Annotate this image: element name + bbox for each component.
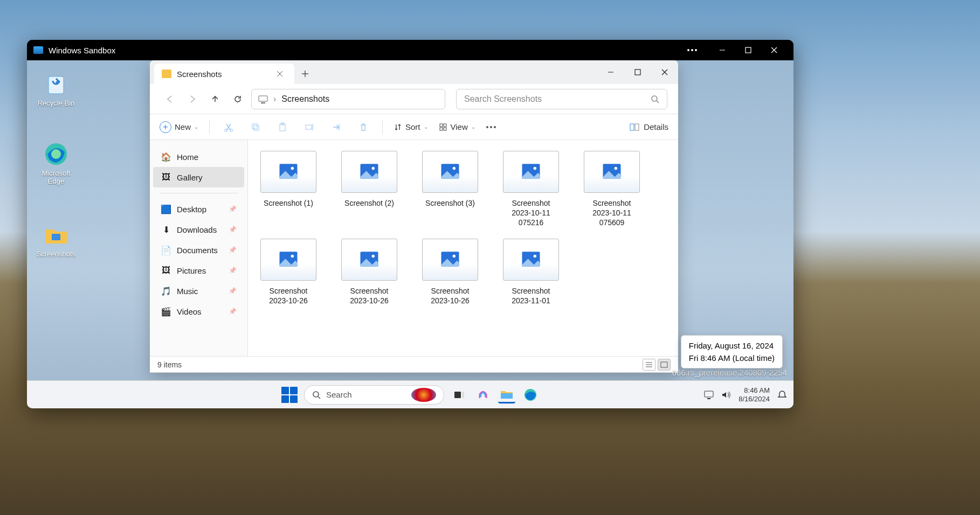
tab-close-button[interactable] [273,67,287,81]
close-button[interactable] [761,40,787,60]
new-tab-button[interactable] [294,64,316,84]
sidebar-item-music[interactable]: 🎵Music📌 [153,281,244,301]
sidebar-item-label: Pictures [177,266,206,275]
sandbox-titlebar[interactable]: Windows Sandbox [27,40,793,60]
file-item[interactable]: Screenshot 2023-11-01 [501,239,561,305]
file-item[interactable]: Screenshot 2023-10-26 [340,239,399,305]
notifications-icon[interactable] [777,390,787,400]
svg-rect-23 [254,126,259,130]
up-button[interactable] [206,90,224,108]
desktop-icon-recycle-bin[interactable]: Recycle Bin [33,71,79,107]
build-text: 666.rs_prerelease.240809-2254 [672,368,788,377]
svg-point-51 [534,254,537,258]
explorer-taskbar-button[interactable] [498,386,515,403]
start-button[interactable] [281,387,298,403]
svg-rect-28 [440,124,443,127]
cut-button[interactable] [220,122,237,132]
sidebar-item-home[interactable]: 🏠Home [153,147,244,167]
sound-icon[interactable] [721,391,731,399]
file-grid[interactable]: Screenshot (1)Screenshot (2)Screenshot (… [248,140,678,356]
explorer-sidebar[interactable]: 🏠Home🖼Gallery 🟦Desktop📌⬇Downloads📌📄Docum… [150,140,248,356]
svg-point-47 [372,254,375,258]
sandbox-desktop[interactable]: Recycle Bin Microsoft Edge Screenshots S… [27,60,793,408]
svg-rect-33 [635,124,639,130]
svg-point-6 [51,149,61,159]
breadcrumb[interactable]: Screenshots [281,94,329,104]
share-button[interactable] [328,122,344,132]
delete-button[interactable] [355,122,371,132]
taskbar-clock[interactable]: 8:46 AM 8/16/2024 [739,386,770,403]
file-item[interactable]: Screenshot 2023-10-11 075216 [501,151,561,228]
desktop-icon-label: Screenshots [33,250,79,258]
more-button[interactable] [486,126,496,128]
new-button[interactable]: +New⌄ [160,121,198,133]
sidebar-item-pictures[interactable]: 🖼Pictures📌 [153,260,244,281]
explorer-minimize-button[interactable] [597,60,624,84]
explorer-maximize-button[interactable] [624,60,651,84]
svg-rect-1 [746,47,751,53]
file-item[interactable]: Screenshot (1) [259,151,318,228]
documents-icon: 📄 [161,245,171,255]
paste-button[interactable] [274,122,291,132]
forward-button[interactable] [183,90,202,108]
videos-icon: 🎬 [161,306,171,317]
sidebar-item-desktop[interactable]: 🟦Desktop📌 [153,199,244,219]
image-icon [260,151,316,193]
explorer-close-button[interactable] [651,60,678,84]
file-item[interactable]: Screenshot (2) [340,151,399,228]
sidebar-item-downloads[interactable]: ⬇Downloads📌 [153,219,244,240]
taskview-button[interactable] [451,386,468,403]
desktop-icon-screenshots[interactable]: Screenshots [33,222,79,258]
address-bar[interactable]: › Screenshots [251,89,445,109]
desktop-icon-edge[interactable]: Microsoft Edge [33,141,79,185]
search-input[interactable] [464,94,651,104]
explorer-navbar: › Screenshots [150,84,678,114]
image-icon [503,239,559,281]
svg-point-43 [615,167,618,170]
rename-button[interactable] [301,122,318,132]
maximize-button[interactable] [735,40,761,60]
back-button[interactable] [161,90,179,108]
sidebar-item-videos[interactable]: 🎬Videos📌 [153,301,244,322]
search-box[interactable] [456,89,667,109]
sidebar-item-label: Downloads [177,225,217,234]
sort-button[interactable]: Sort⌄ [394,122,428,131]
svg-line-19 [657,101,659,103]
pin-icon: 📌 [229,287,237,295]
view-thumbs-button[interactable] [658,359,671,371]
file-label: Screenshot 2023-10-11 075609 [582,198,641,228]
edge-taskbar-button[interactable] [522,386,539,403]
refresh-button[interactable] [229,90,247,108]
tab-screenshots[interactable]: Screenshots [154,64,294,84]
svg-point-41 [534,167,537,170]
copilot-button[interactable] [474,386,492,403]
file-item[interactable]: Screenshot 2023-10-26 [420,239,480,305]
file-item[interactable]: Screenshot 2023-10-26 [259,239,318,305]
svg-rect-22 [252,124,257,129]
copy-button[interactable] [247,122,264,132]
pin-icon: 📌 [229,226,237,233]
file-item[interactable]: Screenshot 2023-10-11 075609 [582,151,641,228]
svg-point-35 [291,167,294,170]
image-icon [584,151,640,193]
view-list-button[interactable] [643,359,655,371]
details-button[interactable]: Details [630,122,668,131]
explorer-tabs: Screenshots [150,60,678,84]
sidebar-item-documents[interactable]: 📄Documents📌 [153,240,244,260]
pin-icon: 📌 [229,267,237,274]
sidebar-item-gallery[interactable]: 🖼Gallery [153,167,244,187]
display-icon[interactable] [704,391,714,399]
more-icon[interactable] [679,40,705,60]
file-label: Screenshot (1) [259,198,318,208]
file-item[interactable]: Screenshot (3) [420,151,480,228]
taskbar-search[interactable]: Search [304,385,444,405]
sandbox-window: Windows Sandbox Recycle Bin Microsoft Ed… [27,40,793,408]
downloads-icon: ⬇ [161,224,171,235]
svg-rect-58 [454,392,461,398]
music-icon: 🎵 [161,286,171,296]
minimize-button[interactable] [709,40,735,60]
view-button[interactable]: View⌄ [439,122,475,131]
image-icon [503,151,559,193]
image-icon [422,239,478,281]
taskbar[interactable]: Search 8:46 AM 8/16/2024 [27,380,793,408]
